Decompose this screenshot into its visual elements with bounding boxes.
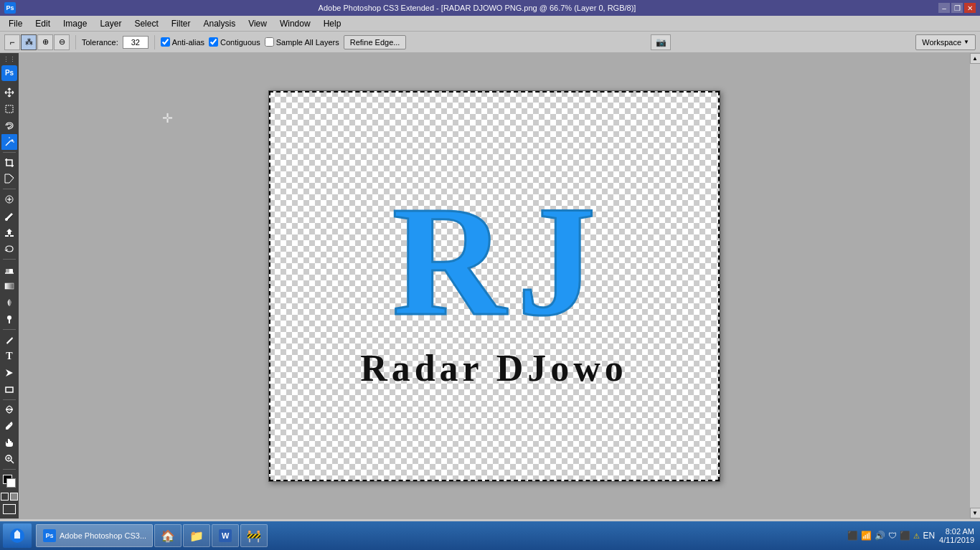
menu-help[interactable]: Help	[318, 17, 347, 30]
close-button[interactable]: ✕	[964, 3, 976, 13]
magic-wand-tool[interactable]	[1, 134, 17, 150]
contiguous-checkbox[interactable]: Contiguous	[209, 37, 260, 47]
sys-icon-network[interactable]: 📶	[861, 531, 872, 541]
sys-icon-1[interactable]: ⬛	[847, 531, 858, 541]
3d-tool[interactable]	[1, 402, 17, 418]
tool-variant-3[interactable]: ⊕	[37, 34, 53, 50]
title-bar-title: Adobe Photoshop CS3 Extended - [RADAR DJ…	[16, 4, 938, 12]
sys-icon-lang[interactable]: EN	[923, 531, 935, 541]
workspace-button[interactable]: Workspace ▼	[915, 34, 976, 50]
ps-app-logo: Ps	[4, 2, 16, 14]
background-color[interactable]	[6, 478, 16, 488]
eraser-tool[interactable]	[1, 262, 17, 278]
taskbar-explorer[interactable]: 🏠	[154, 524, 182, 547]
taskbar-time[interactable]: 8:02 AM 4/11/2019	[939, 527, 974, 544]
taskbar-word[interactable]: W	[212, 524, 239, 547]
hand-tool[interactable]	[1, 435, 17, 450]
path-selection-tool[interactable]	[1, 365, 17, 381]
sys-icon-extra[interactable]: ⬛	[900, 531, 910, 541]
standard-mode-btn[interactable]	[1, 493, 9, 501]
menu-image[interactable]: Image	[57, 17, 93, 30]
right-scrollbar: ▲ ▼	[969, 53, 980, 518]
history-tool[interactable]	[1, 241, 17, 257]
camera-glyph: 📷	[656, 37, 666, 47]
anti-alias-checkbox[interactable]: Anti-alias	[161, 37, 204, 47]
text-tool[interactable]: T	[1, 349, 17, 364]
svg-rect-16	[5, 283, 14, 289]
taskbar: Ps Adobe Photoshop CS3... 🏠 📁 W 🚧 ⬛ 📶 🔊 …	[0, 521, 980, 550]
tolerance-label: Tolerance:	[82, 38, 118, 47]
start-button[interactable]	[3, 523, 32, 548]
restore-button[interactable]: ❐	[951, 3, 963, 13]
explorer-glyph: 🏠	[161, 529, 175, 543]
eyedropper-tool[interactable]	[1, 418, 17, 434]
marquee-tool[interactable]	[1, 101, 17, 117]
tool-variant-2[interactable]: ⁂	[21, 34, 37, 50]
camera-icon[interactable]: 📷	[651, 34, 671, 50]
menu-filter[interactable]: Filter	[166, 17, 197, 30]
tool-icon-group: ⌐ ⁂ ⊕ ⊖	[4, 34, 70, 50]
scroll-up-arrow[interactable]: ▲	[970, 53, 981, 64]
logo-j-container: J	[517, 182, 595, 340]
pen-tool[interactable]	[1, 332, 17, 348]
color-swatch[interactable]	[3, 475, 16, 488]
taskbar-files[interactable]: 📁	[183, 524, 210, 547]
title-bar-left: Ps	[4, 2, 16, 14]
menu-view[interactable]: View	[242, 17, 273, 30]
slice-tool[interactable]	[1, 171, 17, 187]
sep-2	[154, 35, 155, 49]
taskbar-files-icon: 📁	[189, 528, 204, 543]
svg-point-10	[5, 218, 8, 221]
tool-variant-4[interactable]: ⊖	[54, 34, 70, 50]
toolbar-expand[interactable]: ⋮⋮	[1, 56, 17, 63]
time-display: 8:02 AM	[946, 527, 974, 536]
sample-all-label: Sample All Layers	[276, 38, 339, 47]
brush-tool[interactable]	[1, 208, 17, 224]
zoom-tool[interactable]	[1, 451, 17, 467]
quick-mask-group	[1, 493, 18, 501]
contiguous-check[interactable]	[209, 37, 218, 47]
menu-select[interactable]: Select	[128, 17, 164, 30]
menu-file[interactable]: File	[3, 17, 28, 30]
svg-rect-19	[6, 387, 13, 392]
left-toolbar: ⋮⋮ Ps	[0, 53, 19, 518]
sys-icon-volume[interactable]: 🔊	[875, 531, 885, 541]
tool-variant-1[interactable]: ⌐	[4, 34, 20, 50]
title-bar: Ps Adobe Photoshop CS3 Extended - [RADAR…	[0, 0, 980, 16]
svg-rect-12	[10, 235, 14, 237]
logo-r-container: R	[392, 182, 503, 340]
logo-letters: R J	[392, 182, 596, 340]
gradient-tool[interactable]	[1, 278, 17, 294]
quick-mask-btn[interactable]	[10, 493, 18, 501]
panel-area: ⋮⋮ Ps	[0, 53, 980, 518]
svg-marker-2	[11, 139, 14, 142]
menu-window[interactable]: Window	[274, 17, 316, 30]
taskbar-photoshop[interactable]: Ps Adobe Photoshop CS3...	[36, 524, 153, 547]
dodge-tool[interactable]	[1, 311, 17, 327]
files-glyph: 📁	[189, 529, 204, 543]
blur-tool[interactable]	[1, 295, 17, 310]
lasso-tool[interactable]	[1, 118, 17, 133]
menu-layer[interactable]: Layer	[94, 17, 127, 30]
tolerance-input[interactable]	[123, 36, 149, 49]
scroll-down-arrow[interactable]: ▼	[970, 508, 981, 518]
canvas-inner: R J Radar DJowo	[269, 91, 720, 481]
menu-edit[interactable]: Edit	[29, 17, 56, 30]
shape-tool[interactable]	[1, 381, 17, 397]
sample-all-checkbox[interactable]: Sample All Layers	[265, 37, 339, 47]
heal-tool[interactable]	[1, 191, 17, 207]
taskbar-cone[interactable]: 🚧	[240, 524, 268, 547]
minimize-button[interactable]: –	[938, 3, 950, 13]
refine-edge-button[interactable]: Refine Edge...	[344, 35, 407, 49]
sample-all-check[interactable]	[265, 37, 274, 47]
crosshair-cursor: ✛	[162, 110, 173, 126]
menu-analysis[interactable]: Analysis	[197, 17, 241, 30]
clone-tool[interactable]	[1, 224, 17, 240]
anti-alias-check[interactable]	[161, 37, 170, 47]
screen-mode-btn[interactable]	[3, 504, 16, 514]
sys-icon-security[interactable]: 🛡	[888, 531, 897, 541]
logo-content: R J Radar DJowo	[360, 182, 628, 389]
move-tool[interactable]	[1, 85, 17, 100]
crop-tool[interactable]	[1, 155, 17, 171]
svg-point-17	[7, 316, 11, 320]
